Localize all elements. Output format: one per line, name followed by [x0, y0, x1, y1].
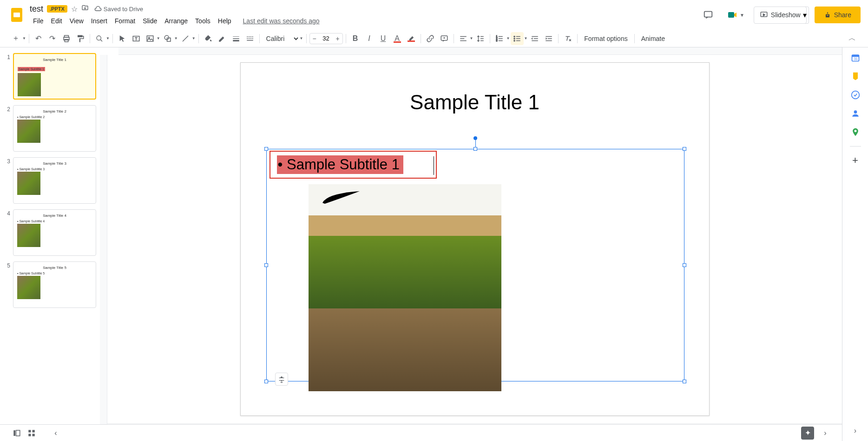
- slides-logo[interactable]: [7, 6, 26, 24]
- vertical-ruler[interactable]: [100, 55, 107, 441]
- slideshow-button[interactable]: Slideshow: [754, 7, 807, 24]
- filmstrip-view-icon[interactable]: [9, 426, 24, 441]
- menu-format[interactable]: Format: [112, 15, 138, 27]
- hide-panel-icon[interactable]: ›: [851, 426, 860, 435]
- slide-thumbnail[interactable]: Sample Title 5 • Sample Subtitle 5: [13, 261, 96, 308]
- maps-icon[interactable]: [851, 127, 860, 137]
- print-button[interactable]: [60, 32, 73, 45]
- horizontal-ruler[interactable]: [118, 47, 842, 55]
- align-dropdown[interactable]: ▼: [470, 36, 473, 40]
- undo-button[interactable]: ↶: [32, 32, 45, 45]
- increase-indent-button[interactable]: [542, 32, 555, 45]
- font-size-input[interactable]: [319, 35, 333, 42]
- keep-icon[interactable]: [851, 72, 860, 81]
- animate-button[interactable]: Animate: [638, 35, 669, 42]
- menu-insert[interactable]: Insert: [88, 15, 111, 27]
- fill-color-button[interactable]: [202, 32, 215, 45]
- doc-title[interactable]: test: [30, 4, 43, 14]
- format-options-button[interactable]: Format options: [580, 35, 631, 42]
- line-dropdown[interactable]: ▼: [192, 36, 196, 40]
- slide-image[interactable]: [309, 184, 501, 391]
- last-edit-link[interactable]: Last edit was seconds ago: [243, 17, 320, 25]
- comments-icon[interactable]: [699, 6, 717, 24]
- slide-thumbnail[interactable]: Sample Title 2 • Sample Subtitle 2: [13, 105, 96, 152]
- rotate-handle[interactable]: [473, 136, 477, 140]
- border-weight-button[interactable]: [230, 32, 243, 45]
- bulleted-list-dropdown[interactable]: ▼: [524, 36, 527, 40]
- menu-arrange[interactable]: Arrange: [161, 15, 191, 27]
- shape-tool[interactable]: [161, 32, 174, 45]
- meet-button[interactable]: ▼: [723, 7, 748, 22]
- clear-formatting-button[interactable]: [561, 32, 574, 45]
- resize-handle[interactable]: [473, 147, 477, 151]
- border-dash-button[interactable]: [243, 32, 256, 45]
- slide-canvas[interactable]: Sample Title 1 Sample Subtitle 1: [240, 62, 710, 416]
- shape-dropdown[interactable]: ▼: [174, 36, 178, 40]
- border-color-button[interactable]: [216, 32, 229, 45]
- resize-handle[interactable]: [264, 263, 268, 267]
- content-placeholder[interactable]: Sample Subtitle 1: [266, 149, 684, 381]
- text-cursor: [434, 156, 434, 175]
- insert-comment-button[interactable]: [438, 32, 451, 45]
- font-size-increase[interactable]: +: [333, 35, 342, 42]
- menu-slide[interactable]: Slide: [139, 15, 160, 27]
- select-tool[interactable]: [116, 32, 129, 45]
- align-button[interactable]: [457, 32, 470, 45]
- line-spacing-button[interactable]: [474, 32, 487, 45]
- italic-button[interactable]: I: [363, 32, 376, 45]
- highlight-color-button[interactable]: [405, 32, 418, 45]
- textbox-tool[interactable]: [130, 32, 143, 45]
- slideshow-dropdown[interactable]: ▾: [801, 7, 809, 24]
- explore-button[interactable]: ✦: [801, 427, 814, 440]
- font-size-decrease[interactable]: −: [310, 35, 319, 42]
- redo-button[interactable]: ↷: [46, 32, 59, 45]
- resize-handle[interactable]: [683, 263, 686, 267]
- collapse-filmstrip-icon[interactable]: ‹: [48, 426, 63, 441]
- contacts-icon[interactable]: [851, 109, 860, 118]
- resize-handle[interactable]: [683, 380, 686, 383]
- numbered-list-dropdown[interactable]: ▼: [506, 36, 510, 40]
- image-tool[interactable]: [144, 32, 157, 45]
- autofit-button[interactable]: [275, 373, 288, 386]
- next-icon[interactable]: ›: [818, 426, 833, 441]
- underline-button[interactable]: U: [377, 32, 390, 45]
- add-addon-icon[interactable]: +: [851, 156, 860, 165]
- text-color-button[interactable]: A: [391, 32, 404, 45]
- menu-file[interactable]: File: [30, 15, 47, 27]
- numbered-list-button[interactable]: 123: [493, 32, 506, 45]
- menu-help[interactable]: Help: [215, 15, 235, 27]
- zoom-dropdown[interactable]: ▼: [106, 36, 110, 40]
- new-slide-button[interactable]: ＋: [9, 32, 22, 45]
- line-tool[interactable]: [179, 32, 192, 45]
- paint-format-button[interactable]: [74, 32, 87, 45]
- star-icon[interactable]: ☆: [71, 5, 78, 13]
- calendar-icon[interactable]: 31: [851, 53, 860, 62]
- tasks-icon[interactable]: [851, 90, 860, 100]
- bulleted-list-button[interactable]: [511, 32, 524, 45]
- resize-handle[interactable]: [683, 147, 686, 151]
- toolbar-collapse-icon[interactable]: ︿: [846, 32, 859, 45]
- bold-button[interactable]: B: [349, 32, 362, 45]
- menu-edit[interactable]: Edit: [48, 15, 66, 27]
- svg-rect-10: [147, 36, 153, 41]
- resize-handle[interactable]: [264, 147, 268, 151]
- new-slide-dropdown[interactable]: ▼: [22, 36, 26, 40]
- share-button[interactable]: Share: [815, 7, 861, 23]
- image-dropdown[interactable]: ▼: [157, 36, 160, 40]
- resize-handle[interactable]: [264, 380, 268, 383]
- decrease-indent-button[interactable]: [528, 32, 541, 45]
- filmstrip: 1 Sample Title 1 Sample Subtitle 1 2 Sam…: [0, 47, 100, 441]
- font-family-select[interactable]: Calibri: [263, 34, 300, 43]
- zoom-button[interactable]: [93, 32, 106, 45]
- move-icon[interactable]: [81, 4, 89, 13]
- insert-link-button[interactable]: [424, 32, 437, 45]
- slide-thumbnail[interactable]: Sample Title 3 • Sample Subtitle 3: [13, 157, 96, 204]
- grid-view-icon[interactable]: [24, 426, 39, 441]
- subtitle-text[interactable]: Sample Subtitle 1: [277, 155, 403, 174]
- menu-tools[interactable]: Tools: [192, 15, 214, 27]
- menu-view[interactable]: View: [66, 15, 87, 27]
- svg-rect-29: [33, 430, 35, 432]
- slide-title[interactable]: Sample Title 1: [241, 91, 709, 114]
- slide-thumbnail[interactable]: Sample Title 4 • Sample Subtitle 4: [13, 209, 96, 256]
- slide-thumbnail[interactable]: Sample Title 1 Sample Subtitle 1: [13, 53, 96, 100]
